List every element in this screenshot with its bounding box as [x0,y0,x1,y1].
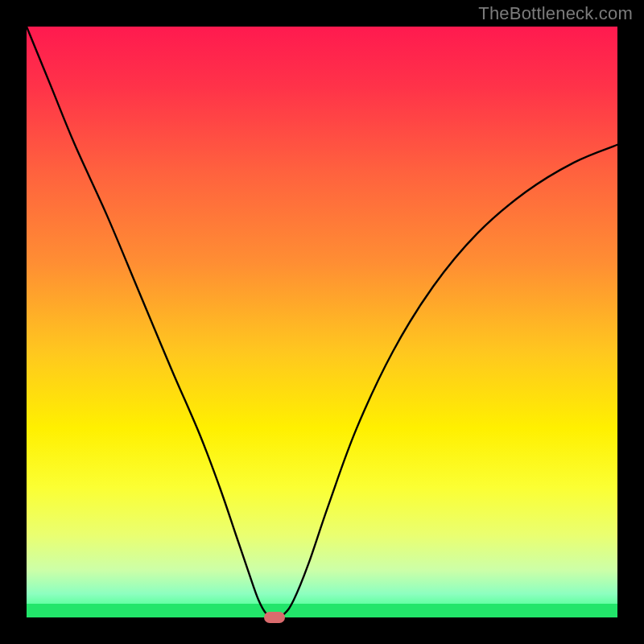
gradient-plot [27,27,617,617]
chart-frame: TheBottleneck.com [0,0,644,644]
plot-area [27,27,617,617]
gradient-background [27,27,617,617]
watermark-text: TheBottleneck.com [478,3,633,24]
optimal-marker [264,612,285,623]
green-band [27,604,617,617]
